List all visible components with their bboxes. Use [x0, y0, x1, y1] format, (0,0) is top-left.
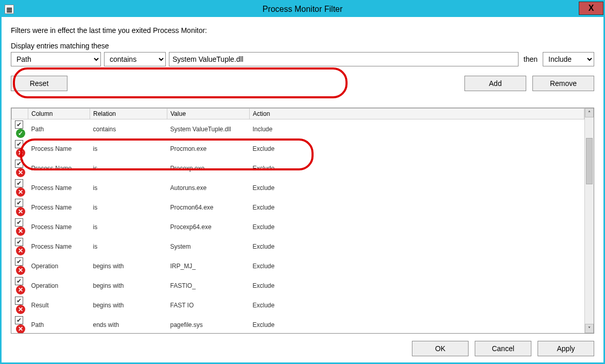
table-row[interactable]: ✔✕Operationbegins withFASTIO_Exclude [12, 276, 584, 296]
cell-relation: is [90, 237, 167, 256]
action-select[interactable]: Include [543, 52, 594, 66]
th-action[interactable]: Action [250, 109, 584, 119]
cell-column: Process Name [28, 159, 90, 178]
cancel-button[interactable]: Cancel [475, 341, 531, 356]
table-row[interactable]: ✔✕Process NameisSystemExclude [12, 237, 584, 256]
table-row[interactable]: ✔✕Operationbegins withIRP_MJ_Exclude [12, 256, 584, 276]
cell-column: Operation [28, 256, 90, 276]
cell-action: Exclude [250, 315, 584, 333]
exclude-icon: ✕ [16, 168, 25, 177]
cell-column: Operation [28, 276, 90, 296]
cell-value: IRP_MJ_ [167, 256, 250, 276]
cell-column: Process Name [28, 237, 90, 256]
cell-value: Procexp64.exe [167, 217, 250, 237]
row-checkbox[interactable]: ✔ [15, 199, 23, 207]
reset-button[interactable]: Reset [11, 76, 67, 91]
cell-value: FASTIO_ [167, 276, 250, 296]
row-checkbox[interactable]: ✔ [15, 277, 23, 285]
column-select[interactable]: Path [11, 52, 101, 66]
exclude-icon: ✕ [16, 266, 25, 275]
row-checkbox[interactable]: ✔ [15, 316, 23, 324]
cell-action: Exclude [250, 217, 584, 237]
exclude-icon: ✕ [16, 148, 25, 158]
cell-column: Process Name [28, 178, 90, 198]
remove-button[interactable]: Remove [532, 76, 594, 91]
app-icon: ▦ [5, 5, 14, 14]
cell-value: Autoruns.exe [167, 178, 250, 198]
cell-relation: is [90, 217, 167, 237]
apply-button[interactable]: Apply [538, 341, 594, 356]
then-label: then [522, 55, 540, 63]
cell-column: Path [28, 119, 90, 140]
row-checkbox[interactable]: ✔ [15, 257, 23, 266]
scroll-down-icon[interactable]: ˅ [585, 324, 594, 333]
cell-action: Exclude [250, 198, 584, 217]
scrollbar-vertical[interactable]: ˄ ˅ [584, 108, 594, 333]
table-row[interactable]: ✔✕Pathends withpagefile.sysExclude [12, 315, 584, 333]
cell-action: Exclude [250, 276, 584, 296]
exclude-icon: ✕ [16, 324, 25, 333]
cell-value: System ValueTuple.dll [167, 119, 250, 140]
cell-relation: begins with [90, 256, 167, 276]
window-title: Process Monitor Filter [2, 5, 603, 14]
relation-select[interactable]: contains [104, 52, 166, 66]
cell-value: Procexp.exe [167, 159, 250, 178]
cell-relation: is [90, 178, 167, 198]
cell-value: FAST IO [167, 296, 250, 315]
cell-action: Exclude [250, 296, 584, 315]
table-row[interactable]: ✔✕Process NameisAutoruns.exeExclude [12, 178, 584, 198]
cell-action: Exclude [250, 139, 584, 159]
cell-relation: ends with [90, 315, 167, 333]
ok-button[interactable]: OK [412, 341, 469, 356]
exclude-icon: ✕ [16, 187, 25, 197]
cell-action: Include [250, 119, 584, 140]
cell-value: Procmon.exe [167, 139, 250, 159]
matching-label: Display entries matching these [11, 42, 594, 50]
table-row[interactable]: ✔✕Process NameisProcmon.exeExclude [12, 139, 584, 159]
exclude-icon: ✕ [16, 285, 25, 294]
titlebar: ▦ Process Monitor Filter X [2, 2, 603, 17]
cell-relation: contains [90, 119, 167, 140]
cell-value: Procmon64.exe [167, 198, 250, 217]
row-checkbox[interactable]: ✔ [15, 297, 23, 305]
th-value[interactable]: Value [167, 109, 250, 119]
cell-column: Process Name [28, 198, 90, 217]
add-button[interactable]: Add [464, 76, 526, 91]
close-button[interactable]: X [579, 2, 603, 15]
row-checkbox[interactable]: ✔ [15, 160, 23, 168]
filter-row: Path contains then Include [11, 52, 594, 66]
cell-action: Exclude [250, 178, 584, 198]
cell-column: Result [28, 296, 90, 315]
cell-column: Path [28, 315, 90, 333]
exclude-icon: ✕ [16, 246, 25, 255]
cell-action: Exclude [250, 256, 584, 276]
row-checkbox[interactable]: ✔ [15, 140, 23, 148]
table-row[interactable]: ✔✓PathcontainsSystem ValueTuple.dllInclu… [12, 119, 584, 140]
row-checkbox[interactable]: ✔ [15, 238, 23, 246]
cell-action: Exclude [250, 237, 584, 256]
scroll-up-icon[interactable]: ˄ [585, 108, 594, 117]
cell-action: Exclude [250, 159, 584, 178]
table-row[interactable]: ✔✕Process NameisProcexp.exeExclude [12, 159, 584, 178]
scroll-thumb[interactable] [586, 138, 593, 184]
include-icon: ✓ [16, 129, 25, 138]
exclude-icon: ✕ [16, 227, 25, 236]
table-row[interactable]: ✔✕Process NameisProcexp64.exeExclude [12, 217, 584, 237]
intro-text: Filters were in effect the last time you… [11, 26, 594, 34]
row-checkbox[interactable]: ✔ [15, 218, 23, 227]
row-checkbox[interactable]: ✔ [15, 179, 23, 187]
cell-relation: begins with [90, 296, 167, 315]
table-row[interactable]: ✔✕Process NameisProcmon64.exeExclude [12, 198, 584, 217]
row-checkbox[interactable]: ✔ [15, 120, 23, 129]
cell-value: pagefile.sys [167, 315, 250, 333]
th-relation[interactable]: Relation [90, 109, 167, 119]
exclude-icon: ✕ [16, 305, 25, 314]
close-icon: X [589, 4, 594, 13]
th-column[interactable]: Column [28, 109, 90, 119]
filter-table-wrap: Column Relation Value Action ✔✓Pathconta… [11, 108, 594, 334]
filter-table: Column Relation Value Action ✔✓Pathconta… [11, 108, 584, 333]
cell-column: Process Name [28, 217, 90, 237]
value-input[interactable] [169, 52, 518, 66]
cell-relation: is [90, 159, 167, 178]
table-row[interactable]: ✔✕Resultbegins withFAST IOExclude [12, 296, 584, 315]
